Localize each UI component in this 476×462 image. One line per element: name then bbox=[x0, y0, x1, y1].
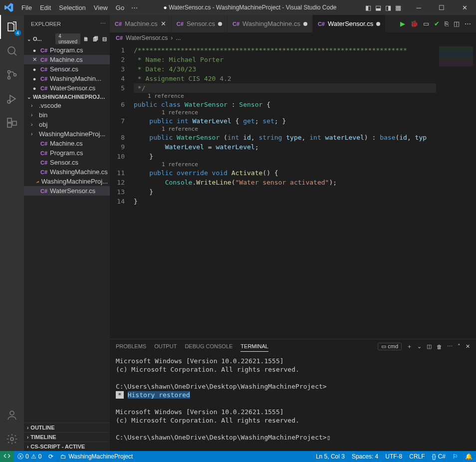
folder-item[interactable]: ›bin bbox=[24, 110, 110, 120]
code-line[interactable]: public int WaterLevel { get; set; } bbox=[134, 116, 436, 126]
codelens-reference[interactable]: 1 reference bbox=[134, 109, 436, 116]
modified-dot-icon[interactable]: ● bbox=[31, 85, 38, 91]
editor-tab[interactable]: C#Machine.cs✕ bbox=[110, 15, 172, 32]
menu-file[interactable]: File bbox=[17, 4, 36, 11]
code-line[interactable]: public override void Activate() { bbox=[134, 168, 436, 178]
close-window-button[interactable]: ✕ bbox=[453, 0, 476, 15]
file-item[interactable]: C#Machine.cs bbox=[24, 139, 110, 148]
activity-scm[interactable] bbox=[0, 63, 24, 87]
check-icon[interactable]: ✔ bbox=[434, 20, 440, 27]
activity-account[interactable] bbox=[0, 403, 24, 427]
status-ports[interactable]: ⟳ bbox=[45, 453, 57, 460]
run-config-icon[interactable]: ▭ bbox=[423, 20, 429, 27]
menu-view[interactable]: View bbox=[90, 4, 112, 11]
open-editor-item[interactable]: ●C#Program.cs bbox=[24, 45, 110, 55]
activity-search[interactable] bbox=[0, 39, 24, 63]
panel-tab-debug-console[interactable]: DEBUG CONSOLE bbox=[185, 341, 233, 352]
kill-terminal-icon[interactable]: 🗑 bbox=[437, 344, 442, 350]
breadcrumb-rest[interactable]: ... bbox=[176, 34, 181, 41]
status-lncol[interactable]: Ln 5, Col 3 bbox=[312, 453, 348, 460]
explorer-more-icon[interactable]: ⋯ bbox=[100, 20, 106, 27]
codelens-reference[interactable]: 1 reference bbox=[134, 93, 436, 100]
section-outline[interactable]: ›OUTLINE bbox=[24, 423, 110, 432]
code-content[interactable]: /***************************************… bbox=[130, 43, 436, 339]
new-terminal-icon[interactable]: ＋ bbox=[407, 343, 412, 350]
status-bell-icon[interactable]: 🔔 bbox=[462, 453, 476, 460]
more-editor-actions-icon[interactable]: ⋯ bbox=[465, 20, 471, 27]
status-feedback-icon[interactable]: ⚐ bbox=[449, 453, 462, 460]
panel-tab-terminal[interactable]: TERMINAL bbox=[240, 341, 268, 352]
save-all-icon[interactable]: 🗐 bbox=[92, 36, 99, 42]
panel-tab-output[interactable]: OUTPUT bbox=[154, 341, 177, 352]
debug-icon[interactable]: 🐞 bbox=[410, 20, 418, 27]
file-item[interactable]: C#Sensor.cs bbox=[24, 158, 110, 167]
folder-item[interactable]: ›.vscode bbox=[24, 101, 110, 110]
terminal-dropdown-icon[interactable]: ⌄ bbox=[417, 343, 422, 350]
code-line[interactable]: } bbox=[134, 187, 436, 197]
modified-dot-icon[interactable]: ● bbox=[31, 66, 38, 72]
folder-item[interactable]: ›WashingMachineProj... bbox=[24, 129, 110, 139]
split-terminal-icon[interactable]: ◫ bbox=[427, 343, 432, 350]
compare-icon[interactable]: ⎘ bbox=[445, 20, 449, 27]
editor-tab[interactable]: C#WashingMachine.cs bbox=[228, 15, 313, 32]
code-line[interactable]: WaterLevel = waterLevel; bbox=[134, 142, 436, 152]
editor-tab[interactable]: C#Sensor.cs bbox=[172, 15, 228, 32]
code-line[interactable]: */ bbox=[134, 83, 436, 93]
status-encoding[interactable]: UTF-8 bbox=[382, 453, 406, 460]
run-icon[interactable]: ▶ bbox=[400, 20, 405, 27]
close-all-icon[interactable]: ⊟ bbox=[101, 36, 108, 42]
menu-go[interactable]: Go bbox=[112, 4, 128, 11]
code-line[interactable]: } bbox=[134, 197, 436, 206]
remote-indicator[interactable] bbox=[0, 451, 14, 462]
code-line[interactable]: public class WaterSensor : Sensor { bbox=[134, 100, 436, 109]
folder-item[interactable]: ›obj bbox=[24, 120, 110, 129]
panel-tab-problems[interactable]: PROBLEMS bbox=[116, 341, 146, 352]
open-editor-item[interactable]: ✕C#Machine.cs bbox=[24, 55, 110, 64]
file-item[interactable]: C#Program.cs bbox=[24, 148, 110, 158]
code-line[interactable]: * Date: 4/30/23 bbox=[134, 64, 436, 74]
activity-extensions[interactable] bbox=[0, 111, 24, 135]
split-editor-icon[interactable]: ◫ bbox=[454, 20, 460, 27]
new-file-icon[interactable]: 🗎 bbox=[82, 36, 90, 42]
status-errors[interactable]: ⓧ0⚠0 bbox=[14, 453, 45, 461]
open-editor-item[interactable]: ●C#Sensor.cs bbox=[24, 64, 110, 74]
menu-overflow[interactable]: ⋯ bbox=[128, 4, 141, 11]
code-line[interactable]: Console.WriteLine("Water sensor activate… bbox=[134, 178, 436, 187]
status-lang[interactable]: {}C# bbox=[429, 453, 449, 460]
maximize-button[interactable]: ☐ bbox=[430, 0, 453, 15]
status-project[interactable]: 🗀WashingMachineProject bbox=[57, 453, 136, 460]
code-line[interactable]: * Name: Michael Porter bbox=[134, 55, 436, 64]
open-editor-item[interactable]: ●C#WaterSensor.cs bbox=[24, 83, 110, 93]
codelens-reference[interactable]: 1 reference bbox=[134, 161, 436, 168]
code-line[interactable]: } bbox=[134, 152, 436, 161]
editor-body[interactable]: 1234567891011121314 /*******************… bbox=[110, 43, 476, 339]
modified-dot-icon[interactable]: ● bbox=[31, 47, 38, 53]
codelens-reference[interactable]: 1 reference bbox=[134, 126, 436, 133]
toggle-panel-icon[interactable]: ⬓ bbox=[375, 4, 381, 11]
breadcrumb[interactable]: C# WaterSensor.cs › ... bbox=[110, 32, 476, 43]
activity-debug[interactable] bbox=[0, 87, 24, 111]
file-item[interactable]: C#WashingMachine.cs bbox=[24, 167, 110, 177]
close-tab-icon[interactable]: ✕ bbox=[161, 20, 166, 27]
section-timeline[interactable]: ›TIMELINE bbox=[24, 432, 110, 442]
close-icon[interactable]: ✕ bbox=[31, 56, 38, 63]
activity-explorer[interactable]: 4 bbox=[0, 15, 24, 39]
terminal-shell-selector[interactable]: ▭ cmd bbox=[378, 343, 402, 350]
code-line[interactable]: /***************************************… bbox=[134, 45, 436, 55]
menu-selection[interactable]: Selection bbox=[55, 4, 89, 11]
minimap[interactable] bbox=[436, 43, 476, 339]
maximize-panel-icon[interactable]: ˄ bbox=[458, 343, 461, 350]
project-header[interactable]: ⌄ WASHINGMACHINEPROJE... bbox=[24, 93, 110, 101]
file-item[interactable]: އWashingMachineProj... bbox=[24, 177, 110, 186]
section-cs-script-active[interactable]: ›CS-SCRIPT - ACTIVE bbox=[24, 442, 110, 451]
activity-settings[interactable] bbox=[0, 427, 24, 451]
minimize-button[interactable]: ─ bbox=[407, 0, 430, 15]
status-eol[interactable]: CRLF bbox=[406, 453, 428, 460]
close-panel-icon[interactable]: ✕ bbox=[466, 343, 470, 350]
file-item[interactable]: C#WaterSensor.cs bbox=[24, 186, 110, 196]
status-spaces[interactable]: Spaces: 4 bbox=[348, 453, 382, 460]
editor-tab[interactable]: C#WaterSensor.cs bbox=[313, 15, 386, 32]
open-editor-item[interactable]: ●C#WashingMachin... bbox=[24, 74, 110, 83]
open-editors-header[interactable]: ⌄ O... 4 unsaved 🗎 🗐 ⊟ bbox=[24, 32, 110, 45]
modified-dot-icon[interactable]: ● bbox=[31, 76, 38, 82]
